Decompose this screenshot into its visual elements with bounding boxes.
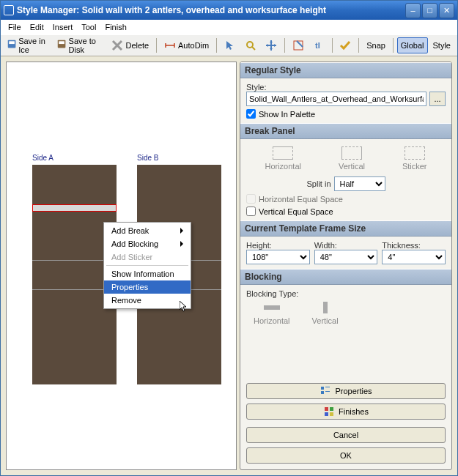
horizontal-blocking-icon [262,301,282,314]
split-in-label: Split in [306,179,330,188]
blocking-type-label: Blocking Type: [246,289,446,298]
svg-rect-3 [59,41,65,44]
pointer-icon [224,40,236,51]
zoom-icon [245,40,256,51]
break-sticker[interactable]: Sticker [402,146,427,171]
menu-edit[interactable]: Edit [26,21,48,33]
show-in-palette-checkbox[interactable] [246,109,256,119]
snap-button[interactable]: Snap [363,37,389,53]
pan-icon [265,40,277,51]
break-horizontal[interactable]: Horizontal [265,146,301,171]
close-button[interactable]: ✕ [439,3,454,18]
save-ice-icon [7,40,16,51]
style-toggle[interactable]: Style [429,37,454,53]
ves-checkbox[interactable] [246,207,256,216]
global-toggle[interactable]: Global [397,37,428,53]
split-in-select[interactable]: Half [334,176,385,191]
ctx-properties[interactable]: Properties [104,280,191,294]
save-in-ice-button[interactable]: Save in Ice [4,37,52,53]
insert-icon [292,40,304,51]
ctx-add-blocking[interactable]: Add Blocking [104,237,191,250]
save-to-disk-button[interactable]: Save to Disk [53,37,106,53]
break-vertical[interactable]: Vertical [339,146,365,171]
context-menu: Add Break Add Blocking Add Sticker Show … [103,222,191,309]
toolbar-sep [156,38,157,53]
menu-insert[interactable]: Insert [48,21,78,33]
svg-text:tI: tI [315,41,320,50]
svg-rect-7 [264,305,280,310]
svg-rect-8 [323,302,328,313]
show-in-palette-label: Show In Palette [259,110,315,119]
height-label: Height: [246,241,310,250]
vertical-break-icon [341,146,362,160]
menu-tool[interactable]: Tool [77,21,100,33]
toolbar: Save in Ice Save to Disk Delete AutoDim … [1,34,457,56]
width-select[interactable]: 48" [314,250,378,264]
toolbar-sep [332,38,333,53]
svg-rect-15 [325,412,328,416]
autodim-icon [164,40,176,51]
width-label: Width: [314,241,378,250]
zoom-button[interactable] [241,37,260,53]
svg-rect-1 [9,41,15,44]
svg-rect-13 [325,407,328,411]
maximize-button[interactable]: □ [422,3,437,18]
toolbar-sep [358,38,359,53]
minimize-button[interactable]: – [405,3,421,18]
style-name-input[interactable] [246,92,426,106]
properties-panel: Regular Style Style: ... Show In Palette… [240,62,452,470]
text-button[interactable]: tI [309,37,328,53]
blocking-header: Blocking [240,269,451,285]
check-icon [339,40,351,51]
height-select[interactable]: 108" [246,250,310,264]
svg-rect-14 [330,407,333,411]
style-browse-button[interactable]: ... [429,92,446,106]
blocking-horizontal[interactable]: Horizontal [254,301,290,325]
ctx-add-sticker: Add Sticker [104,250,191,264]
break-panel-header: Break Panel [240,123,451,139]
svg-rect-9 [321,387,324,390]
properties-icon [320,385,331,397]
svg-rect-10 [325,387,330,387]
toolbar-sep [284,38,285,53]
ctx-show-info[interactable]: Show Information [104,267,191,280]
delete-icon [111,40,123,51]
hes-label: Horizontal Equal Space [259,195,343,204]
template-size-header: Current Template Frame Size [240,220,451,237]
canvas[interactable]: Side A Side B Add Break Add Blocking Add… [6,62,237,470]
ctx-add-break[interactable]: Add Break [104,224,191,237]
break-panel-body: Horizontal Vertical Sticker Split in Hal… [240,139,451,220]
pan-button[interactable] [262,37,281,53]
ok-button[interactable]: OK [246,447,446,464]
delete-button[interactable]: Delete [108,37,152,53]
ctx-sep [106,265,188,266]
thickness-label: Thickness: [382,241,446,250]
style-label: Style: [246,83,446,92]
menu-file[interactable]: File [4,21,26,33]
blocking-vertical[interactable]: Vertical [312,301,339,325]
toolbar-sep [393,38,394,53]
check-button[interactable] [336,37,355,53]
save-disk-icon [57,40,66,51]
blocking-body: Blocking Type: Horizontal Vertical [240,285,451,335]
selected-segment[interactable] [32,204,117,212]
finishes-button[interactable]: Finishes [246,404,446,420]
menu-finish[interactable]: Finish [100,21,130,33]
properties-button[interactable]: Properties [246,383,446,399]
insert-button[interactable] [289,37,308,53]
svg-rect-12 [325,391,330,392]
app-icon [4,5,14,15]
svg-rect-11 [321,391,324,394]
titlebar: Style Manager: Solid wall with 2 antlers… [1,1,457,20]
cursor-icon [180,301,190,313]
cancel-button[interactable]: Cancel [246,427,446,443]
finishes-icon [323,406,335,417]
hes-checkbox [246,194,256,204]
main-area: Side A Side B Add Break Add Blocking Add… [1,56,457,475]
autodim-button[interactable]: AutoDim [160,37,213,53]
pointer-button[interactable] [221,37,240,53]
horizontal-break-icon [273,146,293,160]
ctx-remove[interactable]: Remove [104,294,191,307]
regular-style-header: Regular Style [240,62,451,78]
thickness-select[interactable]: 4" [382,250,446,264]
